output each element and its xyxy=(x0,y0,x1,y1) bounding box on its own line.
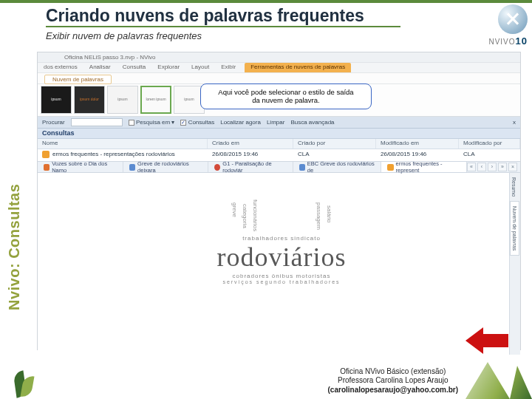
title-underline xyxy=(46,26,400,27)
doc-tab[interactable]: EBC Greve dos rodoviários de xyxy=(293,162,382,172)
checkbox-checked[interactable] xyxy=(180,120,186,126)
doc-tab[interactable]: Greve de rodoviários deixara xyxy=(123,162,208,172)
doc-tab[interactable]: Vozes sobre o Dia dos Namo xyxy=(38,162,123,172)
document-area: Vozes sobre o Dia dos Namo Greve de rodo… xyxy=(38,161,520,355)
ribbon-subrow: Nuvem de palavras xyxy=(38,73,520,84)
query-icon xyxy=(42,151,50,158)
ribbon-tab[interactable]: Explorar xyxy=(151,63,185,72)
nvivo-logo-text: NVIVO10 xyxy=(468,35,528,47)
callout-line: da nuvem de palavra. xyxy=(208,96,364,104)
cell-modified: 26/08/2015 19:46 xyxy=(376,149,459,161)
instruction-callout: Aqui você pode selecionar o estilo de sa… xyxy=(200,83,372,109)
ribbon-tab[interactable]: Exibir xyxy=(215,63,242,72)
wc-word: passagem xyxy=(316,202,322,230)
find-opt[interactable]: Limpar xyxy=(267,119,284,126)
close-icon[interactable]: x xyxy=(513,119,516,126)
doc-icon xyxy=(387,164,393,171)
slide-header: Criando nuvens de palavras frequentes Ex… xyxy=(0,3,532,44)
find-input[interactable] xyxy=(71,118,123,126)
checkbox[interactable] xyxy=(129,120,134,126)
nav-next-icon[interactable]: › xyxy=(488,163,497,171)
footer-decoration xyxy=(458,362,532,399)
wc-word: salário xyxy=(326,205,332,223)
wc-word: funcionários xyxy=(252,200,259,231)
style-thumb-selected[interactable]: lorem ipsum xyxy=(140,86,171,114)
wc-row: serviços segundo trabalhadores xyxy=(171,279,392,284)
side-tab-active[interactable]: Nuvem de palavras xyxy=(510,201,519,256)
nav-prev-icon[interactable]: ‹ xyxy=(477,163,486,171)
slide-subtitle: Exibir nuvem de palavras frequentes xyxy=(46,30,522,41)
side-tab[interactable]: Resumo xyxy=(510,173,518,201)
find-bar: Procurar Pesquisa em ▾ Consultas Localiz… xyxy=(38,117,520,129)
find-opt[interactable]: Pesquisa em xyxy=(136,119,170,126)
wc-word: categoria xyxy=(242,204,248,228)
col-created[interactable]: Criado em xyxy=(208,139,293,149)
nvivo-window: Oficina NELiS passo 3.nvp - NVivo dos ex… xyxy=(37,52,521,350)
doc-icon xyxy=(44,164,50,171)
find-opt[interactable]: Busca avançada xyxy=(290,119,334,126)
arrow-left-icon xyxy=(483,334,508,347)
doc-icon xyxy=(214,164,220,171)
wordcloud-style-gallery: ipsum ipsum dolor ipsum lorem ipsum ipsu… xyxy=(38,84,520,117)
callout-line: Aqui você pode selecionar o estilo de sa… xyxy=(208,88,364,96)
queries-columns: Nome Criado em Criado por Modificado em … xyxy=(38,139,520,149)
window-title: Oficina NELiS passo 3.nvp - NVivo xyxy=(38,52,520,63)
col-modified-by[interactable]: Modificado por xyxy=(459,139,520,149)
doc-icon xyxy=(129,164,135,171)
footer-text: Oficina NVivo Básico (extensão) Professo… xyxy=(328,367,458,395)
wc-row: cobradores ônibus motoristas xyxy=(171,273,392,279)
cell-modified-by: CLA xyxy=(459,149,520,161)
leaf-icon xyxy=(10,365,37,398)
style-thumb[interactable]: ipsum dolor xyxy=(74,86,105,114)
word-cloud: greve categoria funcionários passagem sa… xyxy=(171,235,392,284)
nav-close-icon[interactable]: × xyxy=(508,163,517,171)
ribbon-tab[interactable]: dos externos xyxy=(38,63,83,72)
queries-panel: Consultas Nome Criado em Criado por Modi… xyxy=(38,129,520,161)
wc-main-word: rodoviários xyxy=(171,242,392,273)
find-label: Procurar xyxy=(42,119,65,126)
wc-row: trabalhadores sindicato xyxy=(171,235,392,242)
cell-created-by: CLA xyxy=(293,149,376,161)
footer-line: Oficina NVivo Básico (extensão) xyxy=(328,367,458,377)
ribbon-contextual-tab[interactable]: Ferramentas de nuvens de palavras xyxy=(245,63,351,72)
find-opt[interactable]: Localizar agora xyxy=(220,119,261,126)
sidebar-vertical-label: Nvivo: Consultas xyxy=(6,184,23,310)
nvivo-logo-ball xyxy=(498,4,528,34)
nav-last-icon[interactable]: » xyxy=(498,163,507,171)
find-opt[interactable]: Consultas xyxy=(188,119,215,126)
footer-line: (carolinalopesaraujo@yahoo.com.br) xyxy=(328,386,458,395)
nav-first-icon[interactable]: « xyxy=(467,163,476,171)
col-created-by[interactable]: Criado por xyxy=(293,139,376,149)
document-tabs: Vozes sobre o Dia dos Namo Greve de rodo… xyxy=(38,161,520,173)
side-tabs: Resumo Nuvem de palavras xyxy=(509,173,520,355)
slide-title: Criando nuvens de palavras frequentes xyxy=(46,6,522,26)
col-modified[interactable]: Modificado em xyxy=(376,139,459,149)
nvivo-logo: NVIVO10 xyxy=(468,4,528,44)
tab-nav: « ‹ › » × xyxy=(467,163,520,171)
ribbon-tab[interactable]: Analisar xyxy=(83,63,117,72)
style-thumb[interactable]: ipsum xyxy=(107,86,138,114)
doc-icon xyxy=(299,164,305,171)
table-row[interactable]: ermos frequentes - representações rodovi… xyxy=(38,149,520,161)
queries-header: Consultas xyxy=(38,129,520,139)
wc-word: greve xyxy=(231,202,238,217)
cell-name: ermos frequentes - representações rodovi… xyxy=(52,151,175,157)
ribbon-sub-tab[interactable]: Nuvem de palavras xyxy=(44,75,112,84)
footer-line: Professora Carolina Lopes Araujo xyxy=(328,376,458,386)
ribbon-tabs: dos externos Analisar Consulta Explorar … xyxy=(38,63,520,73)
doc-tab[interactable]: G1 - Paralisação de rodoviár xyxy=(208,162,293,172)
doc-tab-active[interactable]: ermos frequentes - represent xyxy=(381,162,467,172)
col-name[interactable]: Nome xyxy=(38,139,208,149)
slide-footer: Oficina NVivo Básico (extensão) Professo… xyxy=(0,361,532,399)
style-thumb[interactable]: ipsum xyxy=(41,86,72,114)
cell-created: 26/08/2015 19:46 xyxy=(208,149,293,161)
ribbon-tab[interactable]: Layout xyxy=(185,63,215,72)
ribbon-tab[interactable]: Consulta xyxy=(117,63,152,72)
